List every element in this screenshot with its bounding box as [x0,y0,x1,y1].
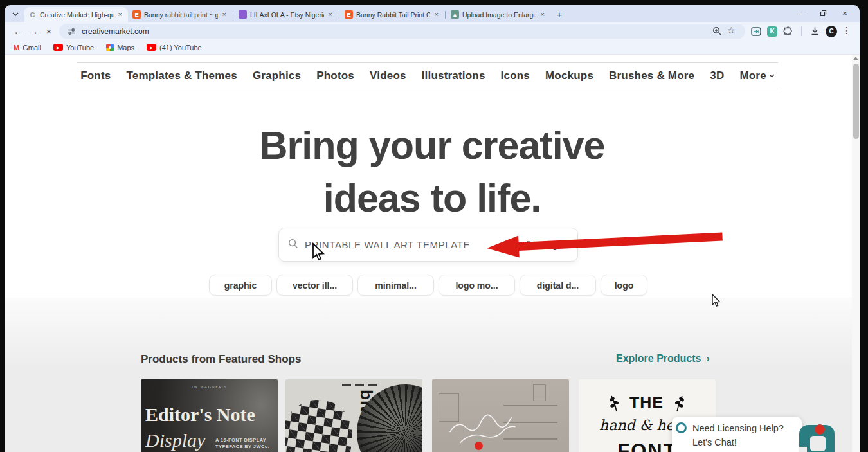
profile-avatar[interactable]: C [826,26,837,37]
nav-item-videos[interactable]: Videos [370,69,406,82]
chat-line-2: Let's Chat! [692,435,795,449]
nav-item-more[interactable]: More [739,69,774,82]
extensions-cluster: K C ⋮ [750,26,854,37]
site-settings-tune-icon[interactable] [66,26,77,37]
card-subtitle: Display [145,429,205,451]
chip-graphic[interactable]: graphic [209,275,272,296]
chat-tooltip[interactable]: Need Licensing Help? Let's Chat! [672,417,802,452]
close-icon: × [842,9,847,17]
tab-search-chevron-icon[interactable] [8,8,23,21]
tab-close-icon[interactable]: × [117,11,123,18]
toolbar-divider [801,26,802,36]
bookmark-gmail[interactable]: M Gmail [14,44,41,51]
nav-item-mockups[interactable]: Mockups [545,69,593,82]
search-box[interactable]: × All Categories [278,228,578,262]
hero-line-1: Bring your creative [5,119,860,172]
nav-item-3d[interactable]: 3D [710,69,724,82]
bookmark-maps[interactable]: Maps [106,44,134,51]
nav-item-templates-themes[interactable]: Templates & Themes [126,69,237,82]
search-icon[interactable] [288,239,298,251]
bookmark-label: Gmail [23,44,41,51]
tab-creative-market[interactable]: C Creative Market: High-quality S × [24,7,128,22]
etsy-favicon: E [345,10,353,19]
tab-close-icon[interactable]: × [433,11,440,18]
chat-notification-dot [815,424,825,435]
nav-item-illustrations[interactable]: Illustrations [422,69,485,82]
bookmark-star-icon[interactable]: ☆ [727,26,739,37]
product-card-bitmap[interactable]: bitmap [285,379,422,452]
tab-title: Bunny Rabbit Tail Print Girls N [356,11,430,19]
chip-digital-design[interactable]: digital d... [520,275,596,296]
tab-close-icon[interactable]: × [221,11,228,18]
tab-lilaxlola[interactable]: LILAxLOLA - Etsy Nigeria × [234,7,338,22]
tab-title: LILAxLOLA - Etsy Nigeria [250,11,324,19]
back-button[interactable]: ← [10,24,26,39]
nav-item-icons[interactable]: Icons [501,69,530,82]
tab-close-icon[interactable]: × [327,11,334,18]
new-tab-button[interactable]: + [553,8,566,21]
chevron-down-icon [769,74,775,78]
tab-separator [445,11,446,19]
card-decor [342,384,377,386]
nav-item-photos[interactable]: Photos [316,69,354,82]
restore-icon [820,10,827,17]
stop-loading-button[interactable]: × [41,24,57,39]
nav-item-fonts[interactable]: Fonts [80,69,111,82]
nav-item-brushes-more[interactable]: Brushes & More [609,69,694,82]
chat-line-1: Need Licensing Help? [692,421,795,435]
extensions-puzzle-icon[interactable] [782,26,794,37]
card-title-the: THE [629,393,664,412]
chat-icon [810,436,826,451]
downloads-icon[interactable] [809,26,820,37]
tab-bunny-rabbit-2[interactable]: E Bunny Rabbit Tail Print Girls N × [340,7,444,22]
plus-icon: + [557,10,563,19]
product-card-script-interior[interactable] [432,379,569,452]
search-input[interactable] [303,239,482,251]
bookmark-youtube[interactable]: ▶ YouTube [53,44,94,51]
chip-logo-mockup[interactable]: logo mo... [439,275,515,296]
image-favicon: ▲ [451,10,459,19]
bookmark-label: (41) YouTube [159,44,202,51]
address-bar[interactable]: creativemarket.com ☆ [59,24,745,39]
botanical-sprig-icon [609,394,624,412]
zoom-page-icon[interactable] [711,26,723,37]
browser-menu-kebab-icon[interactable]: ⋮ [842,26,854,37]
chip-vector-illustration[interactable]: vector ill... [276,275,353,296]
youtube-icon: ▶ [147,44,156,51]
creative-market-favicon: C [28,10,37,19]
tab-separator [339,11,339,19]
lilaxlola-favicon [239,10,247,19]
restore-button[interactable] [812,5,834,21]
keepa-extension-icon[interactable]: K [767,26,777,37]
category-dropdown[interactable]: All Categories [521,240,568,250]
suggestion-chips: graphic vector ill... minimal... logo mo… [5,275,852,296]
scrollbar-thumb[interactable] [853,64,859,139]
clear-search-icon[interactable]: × [508,240,513,249]
chip-minimal[interactable]: minimal... [357,275,434,296]
scrollbar-up-arrow[interactable] [853,57,858,60]
tab-bunny-rabbit-1[interactable]: E Bunny rabbit tail print ~ girls n × [128,7,232,22]
minimize-button[interactable]: – [790,5,812,21]
stop-icon: × [46,26,52,36]
page-scrollbar[interactable] [852,55,860,452]
tab-upload-image[interactable]: ▲ Upload Image to Enlarge & En × [446,7,550,22]
browser-toolbar: ← → × creativemarket.com ☆ K [5,22,860,41]
youtube-icon: ▶ [53,44,63,51]
bookmark-youtube-41[interactable]: ▶ (41) YouTube [147,44,202,51]
tab-close-icon[interactable]: × [539,11,546,18]
record-dot [475,442,483,450]
card-title: Editor's Note [145,404,255,426]
side-panel-extension-icon[interactable] [750,26,762,37]
page-content: Fonts Templates & Themes Graphics Photos… [5,55,860,452]
browser-window: C Creative Market: High-quality S × E Bu… [5,5,860,452]
chat-launcher-button[interactable] [799,425,835,452]
forward-button[interactable]: → [26,24,41,39]
product-card-editors-note[interactable]: JW WAGNER'S Editor's Note Display A 16-F… [141,379,278,452]
tab-separator [233,11,233,19]
card-caption: A 16-FONT DISPLAY TYPEFACE BY JWCo. [215,437,269,450]
close-window-button[interactable]: × [834,5,856,21]
chip-logo[interactable]: logo [601,275,647,296]
forward-icon: → [29,26,39,36]
nav-item-graphics[interactable]: Graphics [253,69,301,82]
explore-products-link[interactable]: Explore Products › [616,353,710,365]
